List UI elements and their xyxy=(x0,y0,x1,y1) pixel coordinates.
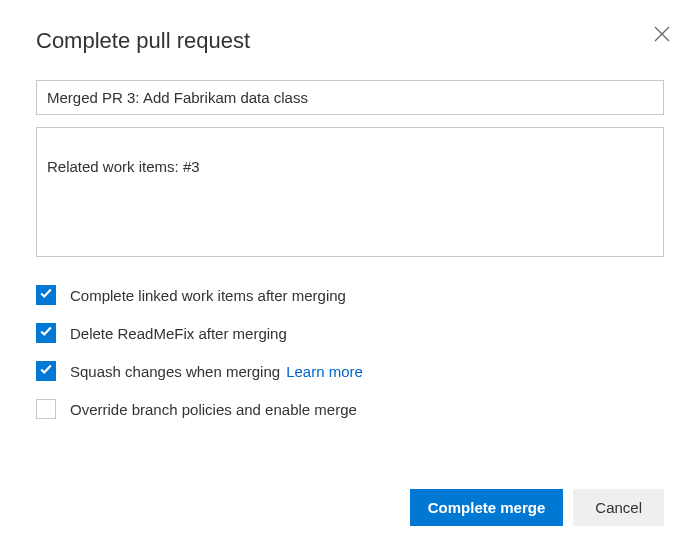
check-icon xyxy=(39,362,53,380)
close-button[interactable] xyxy=(654,26,670,46)
dialog-footer: Complete merge Cancel xyxy=(410,489,664,526)
checkbox-override-policies[interactable] xyxy=(36,399,56,419)
option-override-policies: Override branch policies and enable merg… xyxy=(36,399,664,419)
option-delete-branch: Delete ReadMeFix after merging xyxy=(36,323,664,343)
option-squash: Squash changes when merging Learn more xyxy=(36,361,664,381)
complete-merge-button[interactable]: Complete merge xyxy=(410,489,564,526)
dialog-title: Complete pull request xyxy=(36,28,664,54)
checkbox-complete-work-items[interactable] xyxy=(36,285,56,305)
option-label: Delete ReadMeFix after merging xyxy=(70,325,287,342)
check-icon xyxy=(39,324,53,342)
option-label: Squash changes when merging xyxy=(70,363,280,380)
checkbox-delete-branch[interactable] xyxy=(36,323,56,343)
checkbox-squash[interactable] xyxy=(36,361,56,381)
complete-pr-dialog: Complete pull request Complete linked wo… xyxy=(0,0,700,550)
option-label: Complete linked work items after merging xyxy=(70,287,346,304)
close-icon xyxy=(654,28,670,45)
option-label: Override branch policies and enable merg… xyxy=(70,401,357,418)
merge-title-input[interactable] xyxy=(36,80,664,115)
cancel-button[interactable]: Cancel xyxy=(573,489,664,526)
learn-more-link[interactable]: Learn more xyxy=(286,363,363,380)
check-icon xyxy=(39,286,53,304)
merge-description-textarea[interactable] xyxy=(36,127,664,257)
option-complete-work-items: Complete linked work items after merging xyxy=(36,285,664,305)
